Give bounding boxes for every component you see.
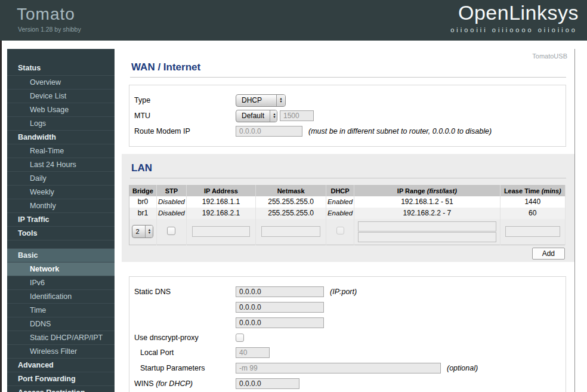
sidebar-section-port-forwarding[interactable]: Port Forwarding (7, 372, 115, 385)
lan-new-entry-row: 2 ▲▼ (129, 219, 566, 245)
sidebar-section-ip-traffic[interactable]: IP Traffic (7, 212, 115, 226)
col-dhcp: DHCP (326, 186, 354, 196)
sidebar: Status Overview Device List Web Usage Lo… (7, 49, 115, 392)
sidebar-item-logs[interactable]: Logs (7, 116, 115, 130)
sidebar-spacer (7, 240, 115, 248)
sidebar-item-overview[interactable]: Overview (7, 75, 115, 89)
add-button[interactable]: Add (532, 248, 565, 260)
wan-type-label: Type (134, 96, 236, 104)
select-stepper-icon: ▲▼ (270, 110, 277, 122)
sidebar-item-ddns[interactable]: DDNS (7, 317, 115, 331)
static-dns-input-2[interactable] (236, 302, 324, 313)
col-ip-range: IP Range (first/last) (354, 186, 500, 196)
static-dns-label: Static DNS (134, 288, 236, 296)
static-dns-input-3[interactable] (236, 317, 324, 328)
dnscrypt-checkbox[interactable] (236, 334, 244, 342)
sidebar-item-device-list[interactable]: Device List (7, 89, 115, 103)
sidebar-item-identification[interactable]: Identification (7, 289, 115, 303)
sidebar-section-tools[interactable]: Tools (7, 226, 115, 240)
local-port-label: Local Port (134, 348, 236, 357)
wan-route-modem-ip-note: (must be in different subnet to router, … (308, 127, 492, 135)
sidebar-item-last-24-hours[interactable]: Last 24 Hours (7, 158, 115, 171)
table-row[interactable]: br0 Disabled 192.168.1.1 255.255.255.0 E… (129, 196, 566, 208)
wan-type-value: DHCP (236, 95, 276, 106)
brand-binary-code: oiiooiii oiiioooo oiioiioo (450, 26, 577, 33)
startup-parameters-label: Startup Parameters (134, 364, 236, 372)
startup-parameters-note: (optional) (447, 364, 478, 372)
new-ip-range-first-input[interactable] (358, 221, 496, 232)
lan-section: LAN Bridge STP IP Address Netmask DHCP I… (122, 154, 574, 262)
dns-fieldset: Static DNS (IP:port) Use dnscrypt-proxy … (129, 276, 566, 392)
sidebar-item-real-time[interactable]: Real-Time (7, 144, 115, 158)
divider (130, 77, 566, 78)
new-lease-time-input[interactable] (505, 226, 560, 237)
sidebar-item-weekly[interactable]: Weekly (7, 185, 115, 199)
lan-table-header-row: Bridge STP IP Address Netmask DHCP IP Ra… (129, 186, 566, 196)
sidebar-item-ipv6[interactable]: IPv6 (7, 276, 115, 289)
wan-fieldset: Type DHCP ▲▼ MTU Default ▲▼ Route Modem … (129, 85, 566, 147)
main-content: TomatoUSB WAN / Internet Type DHCP ▲▼ MT… (122, 49, 575, 392)
sidebar-section-access-restriction[interactable]: Access Restriction (7, 385, 115, 392)
window-left-edge (0, 41, 2, 392)
divider (130, 178, 566, 178)
tomatousb-watermark: TomatoUSB (532, 53, 567, 60)
sidebar-item-web-usage[interactable]: Web Usage (7, 103, 115, 116)
col-bridge: Bridge (129, 186, 157, 196)
wan-mtu-input[interactable] (280, 110, 314, 121)
wan-title: WAN / Internet (131, 61, 566, 73)
startup-parameters-input[interactable] (236, 363, 441, 374)
lan-table: Bridge STP IP Address Netmask DHCP IP Ra… (129, 185, 566, 245)
new-dhcp-checkbox[interactable] (336, 227, 344, 234)
lan-add-bar: Add (122, 245, 574, 262)
sidebar-section-status[interactable]: Status (7, 61, 115, 75)
sidebar-section-advanced[interactable]: Advanced (7, 358, 115, 372)
tomato-logo: Tomato (17, 5, 75, 24)
sidebar-item-network[interactable]: Network (7, 262, 115, 276)
wins-input[interactable] (236, 378, 299, 389)
new-ip-address-input[interactable] (192, 226, 251, 237)
col-stp: STP (156, 186, 186, 196)
static-dns-note: (IP:port) (330, 288, 357, 296)
sidebar-item-wireless-filter[interactable]: Wireless Filter (7, 344, 115, 358)
sidebar-section-basic[interactable]: Basic (7, 248, 115, 262)
dns-section: Static DNS (IP:port) Use dnscrypt-proxy … (122, 262, 574, 392)
new-ip-range-last-input[interactable] (358, 232, 496, 242)
sidebar-item-time[interactable]: Time (7, 303, 115, 317)
wan-type-select[interactable]: DHCP ▲▼ (236, 94, 286, 107)
wan-route-modem-ip-input[interactable] (236, 126, 302, 137)
col-lease-time: Lease Time (mins) (500, 186, 565, 196)
sidebar-section-bandwidth[interactable]: Bandwidth (7, 130, 115, 144)
sidebar-item-monthly[interactable]: Monthly (7, 199, 115, 212)
new-bridge-select[interactable]: 2 ▲▼ (132, 225, 153, 238)
select-stepper-icon: ▲▼ (145, 226, 153, 237)
new-bridge-value: 2 (132, 226, 145, 237)
static-dns-input-1[interactable] (236, 286, 324, 297)
sidebar-item-daily[interactable]: Daily (7, 171, 115, 185)
wan-mtu-select-value: Default (236, 110, 270, 122)
select-stepper-icon: ▲▼ (276, 95, 285, 106)
openlinksys-brand: OpenLinksys (458, 1, 579, 24)
wan-section: WAN / Internet Type DHCP ▲▼ MTU Default … (122, 49, 574, 147)
table-row[interactable]: br1 Disabled 192.168.2.1 255.255.255.0 E… (129, 208, 566, 219)
col-ip-address: IP Address (186, 186, 256, 196)
wins-label: WINS (for DHCP) (134, 379, 236, 388)
wan-mtu-label: MTU (134, 112, 236, 120)
new-stp-checkbox[interactable] (167, 227, 175, 235)
sidebar-item-static-dhcp-arp-ipt[interactable]: Static DHCP/ARP/IPT (7, 331, 115, 344)
version-label: Version 1.28 by shibby (18, 26, 81, 33)
wan-mtu-select[interactable]: Default ▲▼ (236, 110, 277, 122)
dnscrypt-label: Use dnscrypt-proxy (134, 334, 236, 342)
wan-route-modem-ip-label: Route Modem IP (134, 127, 236, 135)
lan-title: LAN (131, 162, 566, 174)
col-netmask: Netmask (256, 186, 326, 196)
app-header: Tomato Version 1.28 by shibby OpenLinksy… (0, 0, 587, 41)
new-netmask-input[interactable] (261, 226, 320, 237)
local-port-input[interactable] (236, 347, 270, 358)
